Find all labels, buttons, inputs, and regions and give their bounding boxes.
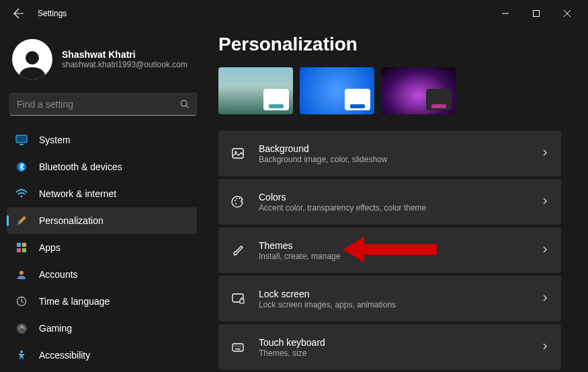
nav-label: Accessibility (39, 350, 90, 361)
apps-icon (15, 241, 28, 254)
paintbrush-icon (15, 214, 28, 227)
svg-rect-6 (19, 144, 24, 145)
svg-point-28 (239, 346, 239, 346)
maximize-button[interactable] (521, 0, 552, 27)
main-panel: Personalization BackgroundBackground ima… (205, 27, 588, 372)
close-icon (564, 10, 571, 17)
titlebar: Settings (0, 0, 588, 27)
svg-rect-10 (22, 243, 26, 247)
setting-sub: Lock screen images, apps, animations (259, 300, 541, 309)
setting-sub: Themes, size (259, 348, 541, 358)
nav-list: System Bluetooth & devices Network & int… (7, 126, 205, 369)
wifi-icon (15, 187, 28, 200)
svg-line-4 (186, 106, 188, 108)
page-title: Personalization (218, 34, 561, 55)
svg-rect-24 (240, 299, 244, 303)
user-email: shashwat.khatri1993@outlook.com (62, 60, 187, 69)
nav-label: System (39, 135, 71, 145)
chevron-right-icon (541, 244, 549, 256)
nav-item-personalization[interactable]: Personalization (7, 207, 197, 234)
search-box[interactable] (9, 93, 197, 116)
nav-label: Apps (39, 242, 60, 253)
nav-item-bluetooth[interactable]: Bluetooth & devices (7, 153, 197, 180)
user-name: Shashwat Khatri (62, 49, 187, 60)
svg-point-22 (235, 203, 237, 204)
nav-item-gaming[interactable]: Gaming (7, 315, 197, 342)
lock-screen-icon (230, 291, 245, 306)
setting-colors[interactable]: ColorsAccent color, transparency effects… (218, 179, 561, 225)
svg-rect-9 (17, 243, 21, 247)
svg-point-26 (235, 346, 235, 346)
setting-themes[interactable]: ThemesInstall, create, manage (218, 227, 561, 273)
accessibility-icon (15, 348, 28, 362)
theme-mini-window (426, 89, 452, 110)
svg-point-18 (235, 151, 237, 153)
close-button[interactable] (552, 0, 583, 27)
setting-lockscreen[interactable]: Lock screenLock screen images, apps, ani… (218, 276, 561, 322)
nav-item-time[interactable]: Time & language (7, 288, 197, 315)
setting-sub: Background image, color, slideshow (259, 155, 541, 164)
svg-rect-12 (22, 248, 26, 252)
svg-rect-25 (233, 344, 243, 351)
theme-preview-row (218, 67, 561, 114)
svg-rect-30 (235, 348, 241, 349)
system-icon (15, 133, 28, 147)
clock-icon (15, 295, 28, 308)
sidebar: Shashwat Khatri shashwat.khatri1993@outl… (0, 27, 205, 372)
theme-preview-3[interactable] (381, 67, 456, 114)
theme-mini-window (263, 89, 289, 110)
svg-point-2 (26, 51, 39, 65)
nav-label: Accounts (39, 269, 78, 280)
nav-item-system[interactable]: System (7, 126, 197, 153)
nav-label: Bluetooth & devices (39, 161, 122, 172)
nav-label: Network & internet (39, 188, 116, 199)
svg-point-20 (236, 198, 237, 199)
theme-mini-window (345, 89, 370, 110)
nav-item-network[interactable]: Network & internet (7, 180, 197, 207)
chevron-right-icon (541, 293, 549, 305)
window-controls (490, 0, 583, 27)
setting-sub: Install, create, manage (259, 252, 541, 261)
back-button[interactable] (5, 0, 32, 27)
svg-rect-5 (16, 135, 27, 143)
setting-title: Touch keyboard (259, 337, 541, 348)
setting-background[interactable]: BackgroundBackground image, color, slide… (218, 131, 561, 176)
window-title: Settings (38, 9, 67, 18)
minimize-icon (502, 10, 509, 17)
avatar (12, 39, 52, 79)
settings-list: BackgroundBackground image, color, slide… (218, 131, 561, 370)
svg-point-8 (21, 196, 23, 198)
brush-icon (230, 243, 245, 258)
svg-rect-1 (534, 11, 540, 17)
back-arrow-icon (13, 8, 24, 19)
chevron-right-icon (541, 341, 549, 353)
svg-rect-11 (17, 248, 21, 252)
user-block[interactable]: Shashwat Khatri shashwat.khatri1993@outl… (7, 34, 205, 85)
setting-title: Background (259, 143, 541, 154)
nav-label: Personalization (39, 215, 103, 226)
theme-preview-2[interactable] (300, 67, 374, 114)
minimize-button[interactable] (490, 0, 521, 27)
svg-point-16 (20, 350, 23, 353)
svg-point-29 (241, 346, 241, 346)
setting-title: Colors (259, 192, 541, 202)
nav-label: Gaming (39, 323, 72, 334)
setting-title: Lock screen (259, 289, 541, 299)
theme-preview-1[interactable] (218, 67, 293, 114)
svg-point-13 (19, 271, 24, 275)
chevron-right-icon (541, 147, 549, 159)
nav-item-accessibility[interactable]: Accessibility (7, 342, 197, 369)
nav-item-apps[interactable]: Apps (7, 234, 197, 261)
setting-touchkeyboard[interactable]: Touch keyboardThemes, size (218, 324, 561, 370)
palette-icon (230, 194, 245, 209)
gaming-icon (15, 322, 28, 335)
search-input[interactable] (17, 99, 180, 110)
accounts-icon (15, 268, 28, 281)
search-icon (180, 100, 190, 109)
svg-point-27 (237, 346, 237, 346)
nav-item-accounts[interactable]: Accounts (7, 261, 197, 288)
bluetooth-icon (15, 160, 28, 174)
nav-label: Time & language (39, 296, 110, 307)
keyboard-icon (230, 340, 245, 355)
svg-point-19 (235, 200, 236, 201)
